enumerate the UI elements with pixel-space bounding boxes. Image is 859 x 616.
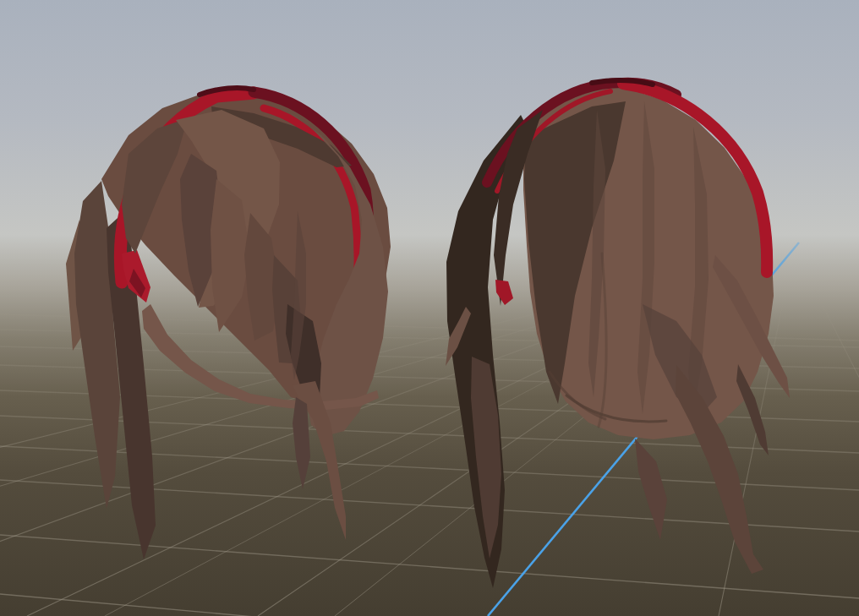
scene-viewport[interactable] <box>0 0 859 616</box>
scene-canvas[interactable] <box>0 0 859 616</box>
